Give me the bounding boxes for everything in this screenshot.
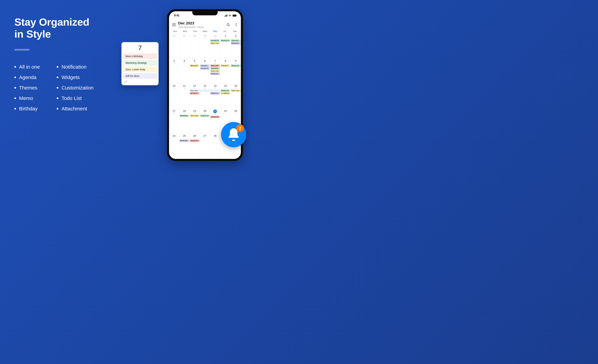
calendar-cell[interactable]: 716Mom's BirMarketingGym: LowGift for M — [210, 59, 220, 84]
calendar-cell[interactable]: 413 — [179, 59, 190, 84]
more-icon[interactable] — [234, 23, 238, 27]
alt-day-number: 21 — [190, 87, 199, 89]
event-chip[interactable]: 1:1 Meetin — [221, 92, 230, 95]
calendar-cell[interactable]: 1019 — [169, 84, 179, 109]
calendar-cell[interactable]: 211Data AnaBoard Ga — [231, 34, 241, 59]
calendar-cell[interactable]: 110Monthly M — [220, 34, 231, 59]
popover-event[interactable]: Marketing Strategy — [123, 60, 157, 65]
alt-day-number: 13 — [180, 62, 189, 64]
calendar-cell[interactable]: 1221Paris Tour3th Anniv — [190, 84, 200, 109]
alt-day-number: 27 — [180, 113, 189, 114]
calendar-cell[interactable]: 1120 — [179, 84, 190, 109]
menu-icon[interactable] — [172, 24, 176, 26]
svg-line-8 — [229, 25, 230, 26]
alt-day-number: 12 — [169, 62, 179, 64]
day-number: 15 — [221, 84, 230, 87]
day-number: 30 — [210, 34, 220, 37]
event-chip[interactable]: Movie Ma — [180, 139, 189, 142]
calendar-cell[interactable]: 1322 — [200, 84, 210, 109]
event-chip[interactable]: Gym: Low — [231, 89, 241, 92]
event-chip[interactable]: Grocery S — [200, 67, 210, 70]
calendar-cell[interactable]: 298 — [200, 34, 210, 59]
calendar-cell[interactable]: 1726 — [169, 109, 179, 134]
event-chip[interactable]: Monthly M — [210, 40, 220, 42]
event-chip[interactable]: Interview — [200, 65, 210, 67]
calendar-cell[interactable]: 309Monthly MGym: Low — [210, 34, 220, 59]
calendar-cell[interactable]: 1423Flight to C — [210, 84, 220, 109]
event-chip[interactable]: Mom's Bir — [210, 65, 220, 67]
alt-day-number: 8 — [200, 37, 210, 39]
popover-event[interactable]: Gift for Mom — [123, 73, 157, 79]
popover-event[interactable]: Gym: Lower body — [123, 66, 157, 72]
weekday-label: Mon — [180, 30, 190, 32]
calendar-cell[interactable]: 1827Marketing — [179, 109, 190, 134]
calendar-cell[interactable]: 287 — [210, 134, 220, 159]
calendar-cell[interactable]: 1524Weekly M1:1 Meetin — [220, 84, 231, 109]
alt-day-number: 9 — [210, 37, 220, 39]
event-chip[interactable]: Potluck P — [221, 65, 230, 67]
calendar-cell[interactable]: 265Kayla's Bi — [190, 134, 200, 159]
event-chip[interactable]: Olivia's Bi — [210, 116, 220, 118]
calendar-cell[interactable]: 27 — [179, 34, 190, 59]
popover-day-number: 7 — [123, 44, 157, 53]
feature-item: Agenda — [14, 74, 40, 80]
event-chip[interactable] — [200, 89, 210, 92]
calendar-cell[interactable]: 615InterviewGrocery S — [200, 59, 210, 84]
calendar-cell[interactable]: 918Riding wit — [231, 59, 241, 84]
event-chip[interactable]: Flight to C — [210, 92, 220, 95]
headline-underline — [14, 49, 30, 50]
notification-bubble[interactable]: 2 — [221, 122, 246, 147]
alt-day-number: 25 — [231, 87, 241, 89]
event-chip[interactable]: Paris Tour — [190, 89, 200, 92]
day-number: 25 — [180, 135, 189, 137]
day-number: 21 — [213, 110, 217, 113]
event-chip[interactable]: Gym: Low — [210, 42, 220, 44]
calendar-cell[interactable]: 276 — [200, 134, 210, 159]
calendar-cell[interactable]: 2029Project Up — [200, 109, 210, 134]
feature-item: Customization — [57, 85, 93, 91]
svg-point-11 — [236, 26, 236, 26]
event-chip[interactable]: Monthly M — [221, 40, 230, 42]
event-chip[interactable]: Data Ana — [231, 40, 241, 42]
event-chip[interactable] — [210, 89, 220, 92]
weekday-label: Thu — [210, 30, 220, 32]
event-chip[interactable]: Marketing — [180, 115, 189, 117]
day-popover[interactable]: 7 Mom's BirthdayMarketing StrategyGym: L… — [121, 42, 158, 85]
weekday-label: Sat — [230, 30, 240, 32]
calendar-cell[interactable]: 254Movie Ma — [179, 134, 190, 159]
headline-line2: in Style — [14, 28, 89, 40]
feature-item: Birthday — [14, 106, 40, 112]
event-chip[interactable]: 3th Anniv — [190, 92, 199, 95]
calendar-cell[interactable]: 312 — [169, 59, 179, 84]
phone-notch — [192, 11, 218, 15]
alt-day-number: 28 — [190, 113, 199, 114]
day-number: 26 — [190, 135, 199, 137]
svg-point-10 — [236, 24, 236, 25]
calendar-cell[interactable]: 1625Gym: Low — [231, 84, 241, 109]
event-chip[interactable]: Gym: Upp — [190, 115, 199, 117]
event-chip[interactable]: Project Up — [200, 115, 210, 117]
day-number: 12 — [190, 84, 199, 87]
calendar-cell[interactable]: 817Potluck P — [220, 59, 231, 84]
event-chip[interactable]: Kayla's Bi — [190, 139, 199, 142]
calendar-cell[interactable]: 26 — [169, 34, 179, 59]
event-chip[interactable]: Weekly M — [221, 89, 230, 92]
alt-day-number: 11 — [231, 37, 241, 39]
event-chip[interactable]: Gym: Low — [210, 70, 220, 72]
calendar-cell[interactable]: 2130Olivia's Bi — [210, 109, 220, 134]
event-chip[interactable]: Marketing — [210, 67, 220, 70]
event-chip[interactable]: Morning F — [190, 65, 199, 67]
event-chip[interactable]: Riding wit — [231, 65, 241, 67]
popover-more[interactable]: +2 — [123, 80, 157, 83]
event-chip[interactable]: Board Ga — [231, 42, 241, 44]
event-chip[interactable]: Gift for M — [210, 73, 220, 75]
calendar-cell[interactable]: 514Morning F — [190, 59, 200, 84]
cellular-icon — [224, 15, 227, 16]
search-icon[interactable] — [226, 23, 230, 27]
calendar-cell[interactable]: 1928Gym: Upp — [190, 109, 200, 134]
calendar-cell[interactable]: 287 — [190, 34, 200, 59]
calendar-cell[interactable]: 243 — [169, 134, 179, 159]
popover-event[interactable]: Mom's Birthday — [123, 53, 157, 59]
day-number: 19 — [190, 110, 199, 112]
calendar-title-block[interactable]: Dec 2023 1945 Agrahayana - Pausa — [178, 21, 224, 28]
